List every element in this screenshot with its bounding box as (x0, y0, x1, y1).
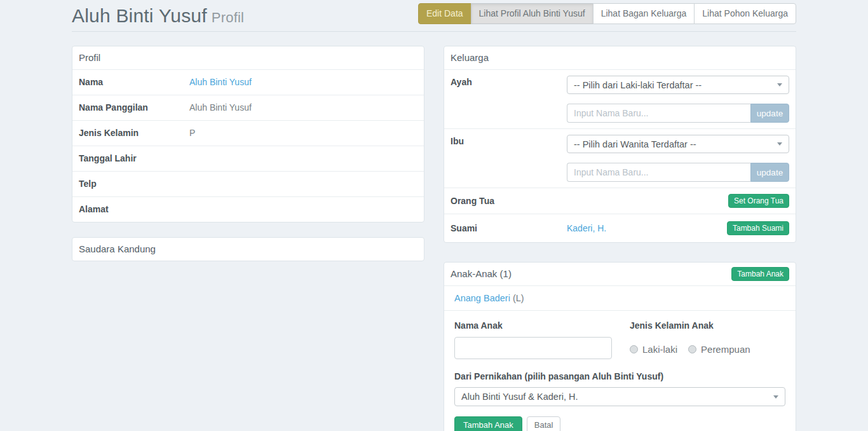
page-subtitle: Profil (212, 10, 244, 25)
radio-laki-laki[interactable] (630, 345, 638, 353)
ibu-select-value: -- Pilih dari Wanita Terdaftar -- (574, 139, 696, 149)
nama-link[interactable]: Aluh Binti Yusuf (189, 77, 252, 87)
view-switcher: Edit Data Lihat Profil Aluh Binti Yusuf … (418, 3, 796, 24)
page-header: Aluh Binti YusufProfil Edit Data Lihat P… (72, 0, 796, 27)
saudara-kandung-panel: Saudara Kandung (72, 237, 424, 261)
suami-label: Suami (451, 222, 567, 235)
page-title: Aluh Binti YusufProfil (72, 5, 244, 27)
tambah-anak-header-button[interactable]: Tambah Anak (731, 267, 789, 281)
set-orang-tua-button[interactable]: Set Orang Tua (728, 194, 789, 208)
content-row: Profil Nama Aluh Binti Yusuf Nama Panggi… (72, 46, 796, 431)
add-child-form: Nama Anak Jenis Kelamin Anak Laki-laki P… (444, 310, 796, 431)
main-container: Aluh Binti YusufProfil Edit Data Lihat P… (72, 0, 796, 431)
jenis-kelamin-anak-label: Jenis Kelamin Anak (630, 320, 785, 331)
view-family-tree-button[interactable]: Lihat Pohon Keluarga (694, 3, 796, 24)
keluarga-panel-title: Keluarga (444, 46, 796, 69)
dari-pernikahan-label: Dari Pernikahan (pilih pasangan Aluh Bin… (454, 371, 785, 382)
profile-row-nama-panggilan: Nama Panggilan Aluh Binti Yusuf (72, 95, 424, 120)
chevron-down-icon (777, 142, 782, 146)
orang-tua-row: Orang Tua Set Orang Tua (444, 188, 796, 214)
nama-anak-label: Nama Anak (454, 320, 612, 331)
ayah-select[interactable]: -- Pilih dari Laki-laki Terdaftar -- (567, 76, 789, 94)
orang-tua-label: Orang Tua (451, 195, 567, 207)
header-divider (72, 31, 796, 32)
anak-anak-panel-header: Anak-Anak (1) Tambah Anak (444, 263, 796, 285)
view-profile-button[interactable]: Lihat Profil Aluh Binti Yusuf (471, 3, 593, 24)
suami-link[interactable]: Kaderi, H. (567, 223, 606, 233)
row-value (189, 178, 417, 190)
ibu-label: Ibu (451, 135, 567, 182)
row-value: P (189, 127, 417, 139)
ayah-input-group: update (567, 104, 789, 123)
ibu-update-button[interactable]: update (750, 163, 789, 182)
person-name: Aluh Binti Yusuf (72, 5, 207, 26)
child-list-item: Anang Baderi (L) (444, 285, 796, 310)
row-label: Nama Panggilan (79, 102, 189, 114)
view-family-chart-button[interactable]: Lihat Bagan Keluarga (593, 3, 695, 24)
ibu-input-group: update (567, 163, 789, 182)
tambah-suami-button[interactable]: Tambah Suami (727, 221, 789, 235)
anak-anak-title: Anak-Anak (1) (451, 268, 512, 280)
pernikahan-select-value: Aluh Binti Yusuf & Kaderi, H. (461, 392, 578, 402)
suami-row: Suami Kaderi, H. Tambah Suami (444, 214, 796, 242)
ayah-update-button[interactable]: update (750, 104, 789, 123)
radio-perempuan-label: Perempuan (701, 344, 750, 355)
profil-panel: Profil Nama Aluh Binti Yusuf Nama Panggi… (72, 46, 424, 222)
ayah-label: Ayah (451, 76, 567, 123)
ayah-row: Ayah -- Pilih dari Laki-laki Terdaftar -… (444, 69, 796, 128)
profile-row-alamat: Alamat (72, 196, 424, 222)
profile-row-telp: Telp (72, 171, 424, 196)
form-actions: Tambah Anak Batal (454, 416, 785, 431)
anak-anak-panel: Anak-Anak (1) Tambah Anak Anang Baderi (… (444, 262, 796, 431)
batal-button[interactable]: Batal (527, 416, 561, 431)
child-link[interactable]: Anang Baderi (454, 293, 510, 303)
tambah-anak-submit-button[interactable]: Tambah Anak (454, 416, 522, 431)
row-label: Nama (79, 76, 189, 88)
chevron-down-icon (773, 395, 778, 399)
row-label: Tanggal Lahir (79, 153, 189, 165)
row-label: Telp (79, 178, 189, 190)
row-value (189, 153, 417, 165)
saudara-kandung-title: Saudara Kandung (72, 238, 424, 261)
child-gender-suffix: (L) (510, 293, 524, 303)
profile-row-tanggal-lahir: Tanggal Lahir (72, 146, 424, 171)
radio-perempuan[interactable] (688, 345, 696, 353)
edit-data-button[interactable]: Edit Data (418, 3, 471, 24)
ibu-select[interactable]: -- Pilih dari Wanita Terdaftar -- (567, 135, 789, 153)
ibu-name-input[interactable] (567, 163, 750, 182)
row-label: Alamat (79, 203, 189, 216)
left-column: Profil Nama Aluh Binti Yusuf Nama Panggi… (72, 46, 424, 276)
row-value: Aluh Binti Yusuf (189, 102, 417, 114)
pernikahan-select[interactable]: Aluh Binti Yusuf & Kaderi, H. (454, 387, 785, 406)
profile-row-nama: Nama Aluh Binti Yusuf (72, 69, 424, 95)
gender-radio-row: Laki-laki Perempuan (630, 344, 785, 355)
row-value (189, 203, 417, 216)
profil-panel-title: Profil (72, 46, 424, 69)
keluarga-panel: Keluarga Ayah -- Pilih dari Laki-laki Te… (444, 46, 796, 243)
ayah-name-input[interactable] (567, 104, 750, 123)
radio-laki-laki-label: Laki-laki (642, 344, 677, 355)
ayah-select-value: -- Pilih dari Laki-laki Terdaftar -- (574, 80, 702, 90)
row-label: Jenis Kelamin (79, 127, 189, 139)
profile-row-jenis-kelamin: Jenis Kelamin P (72, 120, 424, 146)
ibu-row: Ibu -- Pilih dari Wanita Terdaftar -- up… (444, 128, 796, 188)
chevron-down-icon (777, 83, 782, 86)
right-column: Keluarga Ayah -- Pilih dari Laki-laki Te… (444, 46, 796, 431)
nama-anak-input[interactable] (454, 337, 612, 359)
